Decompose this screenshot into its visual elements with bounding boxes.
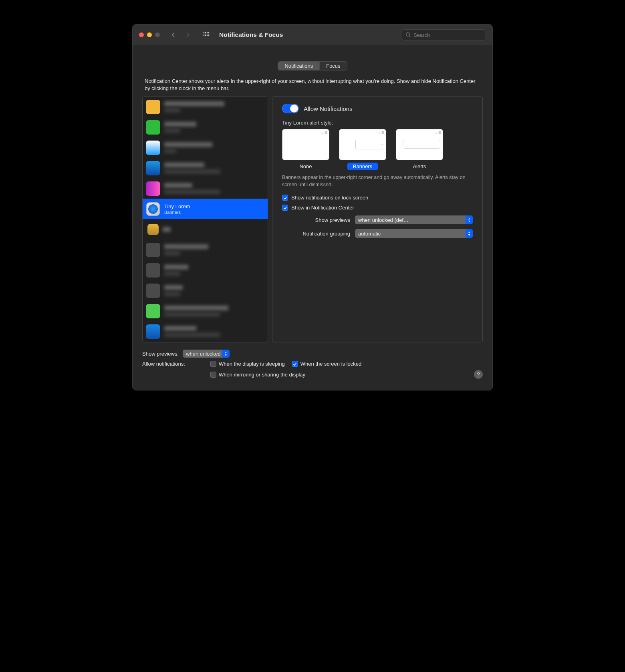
alert-style-alerts[interactable]: ⌕☰ Alerts xyxy=(396,129,443,170)
list-item[interactable] xyxy=(143,178,268,199)
selected-app-subtitle: Banners xyxy=(164,210,190,215)
chevron-updown-icon: ▲▼ xyxy=(467,229,472,238)
forward-button[interactable] xyxy=(182,29,194,40)
notification-grouping-select[interactable]: automatic ▲▼ xyxy=(355,229,473,238)
chevron-updown-icon: ▲▼ xyxy=(224,350,228,358)
app-icon xyxy=(146,284,160,298)
list-item[interactable] xyxy=(143,158,268,178)
selected-app-name: Tiny Lorem xyxy=(164,203,190,209)
list-item[interactable] xyxy=(143,219,268,239)
chevron-updown-icon: ▲▼ xyxy=(467,215,472,224)
content: Notifications Focus Notification Center … xyxy=(133,45,492,390)
svg-line-13 xyxy=(409,36,411,38)
list-item[interactable] xyxy=(143,321,268,342)
show-previews-select[interactable]: when unlocked (def… ▲▼ xyxy=(355,215,473,224)
svg-point-6 xyxy=(207,34,208,35)
svg-point-12 xyxy=(406,33,410,36)
when-mirroring-checkbox[interactable]: When mirroring or sharing the display xyxy=(210,372,305,378)
preferences-window: Notifications & Focus Search Notificatio… xyxy=(132,24,493,390)
global-show-previews-select[interactable]: when unlocked ▲▼ xyxy=(183,350,230,358)
svg-point-11 xyxy=(208,35,210,36)
svg-point-1 xyxy=(205,32,206,33)
show-previews-label: Show previews xyxy=(282,217,350,223)
close-window-button[interactable] xyxy=(139,32,144,37)
list-item[interactable] xyxy=(143,117,268,137)
show-on-lock-screen-checkbox[interactable]: Show notifications on lock screen xyxy=(282,195,473,201)
svg-point-2 xyxy=(207,32,208,33)
list-item[interactable] xyxy=(143,260,268,280)
global-show-previews-label: Show previews: xyxy=(142,351,179,357)
svg-point-9 xyxy=(205,35,206,36)
app-icon xyxy=(146,161,160,175)
allow-notifications-when-label: Allow notifications: xyxy=(142,361,206,367)
intro-text: Notification Center shows your alerts in… xyxy=(142,78,483,92)
segmented-tabs: Notifications Focus xyxy=(142,61,483,70)
svg-point-5 xyxy=(205,34,206,35)
when-screen-locked-checkbox[interactable]: When the screen is locked xyxy=(292,361,361,367)
app-icon xyxy=(147,224,159,235)
alert-style-description: Banners appear in the upper-right corner… xyxy=(282,174,473,188)
help-button[interactable]: ? xyxy=(474,370,483,379)
alert-style-banners[interactable]: ⌕☰→ Banners xyxy=(339,129,386,170)
zoom-window-button[interactable] xyxy=(155,32,160,37)
app-icon xyxy=(146,202,160,216)
search-placeholder: Search xyxy=(413,32,430,38)
app-list[interactable]: Tiny Lorem Banners xyxy=(142,96,268,342)
back-button[interactable] xyxy=(168,29,179,40)
app-icon xyxy=(146,304,160,318)
app-icon xyxy=(146,100,160,114)
window-controls xyxy=(139,32,160,37)
detail-panel: Allow Notifications Tiny Lorem alert sty… xyxy=(272,96,483,342)
tab-notifications[interactable]: Notifications xyxy=(278,62,320,70)
svg-point-8 xyxy=(204,35,205,36)
list-item[interactable] xyxy=(143,342,268,342)
svg-point-7 xyxy=(208,34,210,35)
tab-focus[interactable]: Focus xyxy=(320,62,347,70)
search-icon xyxy=(405,32,411,38)
search-field[interactable]: Search xyxy=(402,29,486,40)
when-display-sleeping-checkbox[interactable]: When the display is sleeping xyxy=(210,361,285,367)
alert-style-none[interactable]: ⌕☰ None xyxy=(282,129,329,170)
app-icon xyxy=(146,120,160,135)
list-item[interactable] xyxy=(143,239,268,260)
list-item[interactable] xyxy=(143,280,268,301)
window-title: Notifications & Focus xyxy=(219,31,399,38)
minimize-window-button[interactable] xyxy=(147,32,152,37)
list-item[interactable] xyxy=(143,97,268,117)
svg-point-0 xyxy=(204,32,205,33)
app-icon xyxy=(146,324,160,339)
notification-grouping-label: Notification grouping xyxy=(282,231,350,237)
global-settings: Show previews: when unlocked ▲▼ Allow no… xyxy=(142,350,483,379)
allow-notifications-toggle[interactable] xyxy=(282,104,299,113)
svg-point-4 xyxy=(204,34,205,35)
app-icon xyxy=(146,181,160,196)
alert-style-label: Tiny Lorem alert style: xyxy=(282,120,473,126)
app-icon xyxy=(146,243,160,257)
list-item[interactable] xyxy=(143,301,268,321)
list-item[interactable] xyxy=(143,137,268,158)
toolbar: Notifications & Focus Search xyxy=(133,24,492,45)
app-icon xyxy=(146,141,160,155)
svg-point-3 xyxy=(208,32,210,33)
show-in-notification-center-checkbox[interactable]: Show in Notification Center xyxy=(282,205,473,211)
show-all-button[interactable] xyxy=(201,29,212,40)
list-item-selected[interactable]: Tiny Lorem Banners xyxy=(143,199,268,219)
svg-point-10 xyxy=(207,35,208,36)
allow-notifications-label: Allow Notifications xyxy=(304,105,353,112)
app-icon xyxy=(146,263,160,278)
